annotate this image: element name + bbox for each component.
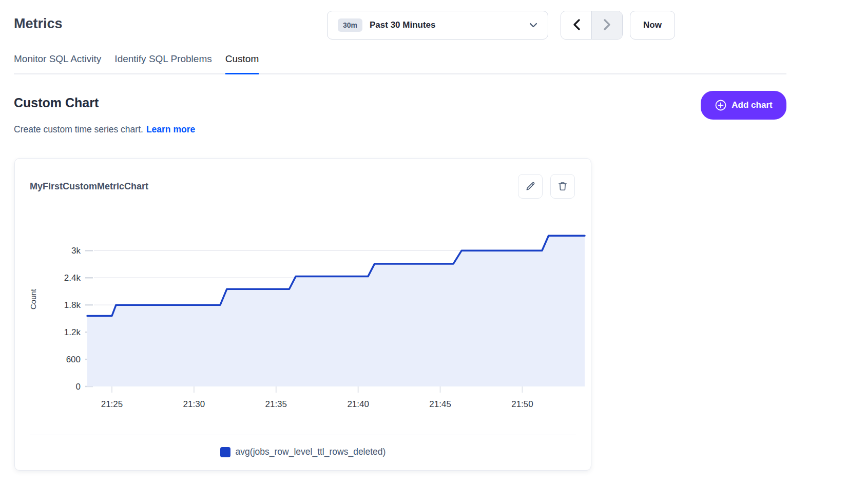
svg-text:21:35: 21:35: [265, 399, 287, 409]
chart-card-actions: [518, 174, 575, 199]
now-button[interactable]: Now: [630, 11, 675, 40]
time-prev-button[interactable]: [561, 11, 591, 39]
svg-text:21:45: 21:45: [429, 399, 451, 409]
tab-identify-sql-problems[interactable]: Identify SQL Problems: [114, 51, 211, 73]
add-chart-button[interactable]: Add chart: [701, 91, 786, 120]
svg-text:21:30: 21:30: [183, 399, 205, 409]
chart-title: MyFirstCustomMetricChart: [30, 181, 148, 192]
svg-text:3k: 3k: [71, 246, 81, 256]
svg-text:1.8k: 1.8k: [64, 300, 81, 310]
custom-chart-card: MyFirstCustomMetricChart 06001.2k1.8k2.4…: [14, 158, 591, 471]
svg-text:21:40: 21:40: [347, 399, 369, 409]
delete-chart-button[interactable]: [550, 174, 575, 199]
page-title: Metrics: [14, 14, 63, 33]
svg-text:1.2k: 1.2k: [64, 327, 81, 337]
chevron-down-icon: [529, 23, 537, 28]
chevron-left-icon: [572, 18, 581, 32]
time-next-button[interactable]: [591, 11, 622, 39]
trash-icon: [557, 181, 568, 192]
learn-more-link[interactable]: Learn more: [146, 124, 195, 134]
svg-text:600: 600: [66, 355, 81, 364]
svg-text:21:25: 21:25: [101, 399, 123, 409]
chevron-right-icon: [603, 18, 611, 32]
add-chart-label: Add chart: [732, 100, 772, 110]
tab-custom[interactable]: Custom: [225, 51, 259, 74]
time-range-dropdown[interactable]: 30m Past 30 Minutes: [327, 11, 548, 40]
time-range-badge: 30m: [338, 18, 362, 32]
legend-label: avg(jobs_row_level_ttl_rows_deleted): [236, 447, 386, 457]
legend-swatch: [220, 447, 230, 457]
time-range-label: Past 30 Minutes: [370, 20, 436, 30]
svg-text:0: 0: [76, 382, 81, 392]
svg-text:Count: Count: [29, 288, 37, 309]
time-pager: [561, 11, 623, 40]
tab-monitor-sql-activity[interactable]: Monitor SQL Activity: [14, 51, 101, 73]
svg-text:2.4k: 2.4k: [64, 273, 81, 283]
section-subtitle: Create custom time series chart.: [14, 124, 143, 134]
svg-text:21:50: 21:50: [511, 399, 533, 409]
pencil-icon: [525, 181, 536, 192]
chart-legend: avg(jobs_row_level_ttl_rows_deleted): [15, 435, 591, 457]
time-series-chart: 06001.2k1.8k2.4k3k21:2521:3021:3521:4021…: [15, 207, 591, 412]
chart-card-header: MyFirstCustomMetricChart: [15, 159, 591, 199]
plus-circle-icon: [715, 99, 727, 111]
tab-bar: Monitor SQL Activity Identify SQL Proble…: [14, 51, 786, 74]
section-title: Custom Chart: [14, 95, 99, 110]
edit-chart-button[interactable]: [518, 174, 543, 199]
